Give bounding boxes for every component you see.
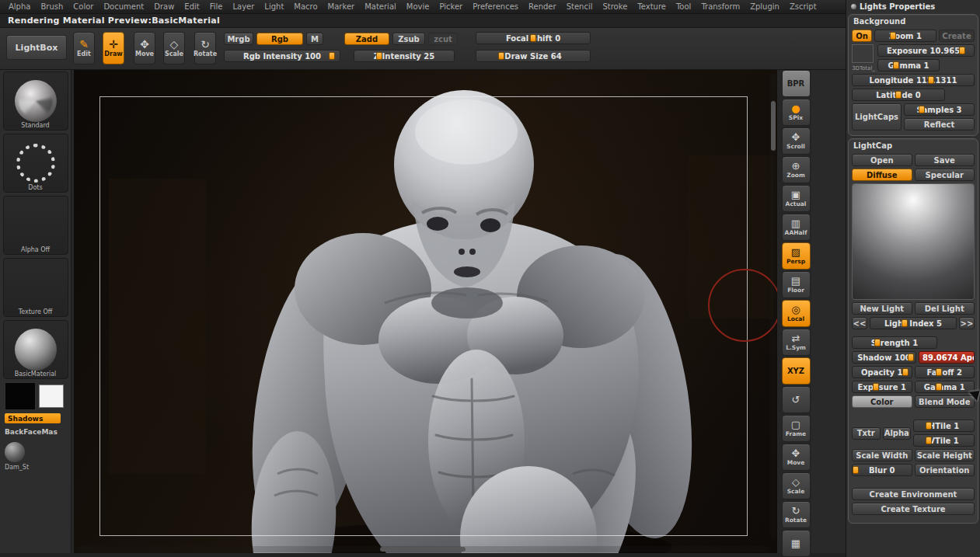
rgb-button[interactable]: Rgb [256, 33, 303, 45]
texture-selector[interactable]: Texture Off [3, 258, 68, 317]
background-zoom-slider[interactable]: Zoom 1 [874, 30, 936, 42]
edit-button[interactable]: ✎ Edit [73, 32, 95, 64]
shadows-button[interactable]: Shadows [5, 413, 61, 423]
background-longitude-slider[interactable]: Longitude 112.1311 [852, 74, 975, 86]
backfacemask-label[interactable]: BackFaceMas [5, 428, 66, 436]
shelf-button-aahalf[interactable]: ▥ AAHalf [782, 214, 811, 241]
menu-draw[interactable]: Draw [150, 2, 178, 11]
shelf-button-frame[interactable]: ▢ Frame [782, 415, 811, 442]
dam-standard-brush[interactable]: Dam_St [5, 442, 66, 471]
alpha-selector[interactable]: Alpha Off [3, 196, 68, 255]
background-on-button[interactable]: On [852, 30, 872, 42]
focal-shift-slider[interactable]: Focal Shift 0 [476, 32, 591, 44]
scale-width-button[interactable]: Scale Width [852, 449, 912, 461]
canvas-vertical-scrollbar[interactable] [770, 73, 776, 539]
scale-height-button[interactable]: Scale Height [915, 449, 975, 461]
canvas-horizontal-scrollbar[interactable] [77, 546, 769, 552]
menu-stencil[interactable]: Stencil [563, 2, 597, 11]
menu-color[interactable]: Color [69, 2, 97, 11]
light-gamma-handle[interactable] [936, 383, 942, 391]
vtile-handle[interactable] [926, 437, 932, 444]
background-zoom-handle[interactable] [890, 32, 896, 40]
sculpt-viewport[interactable] [74, 70, 777, 553]
shelf-button-floor[interactable]: ▤ Floor [782, 271, 811, 298]
light-gamma-slider[interactable]: Gamma 1 [915, 381, 975, 393]
menu-texture[interactable]: Texture [633, 2, 670, 11]
light-index-slider[interactable]: Light Index 5 [870, 317, 957, 329]
light-index-next-button[interactable]: >> [959, 317, 975, 329]
shelf-button-bpr[interactable]: BPR [782, 70, 811, 97]
light-exposure-slider[interactable]: Exposure 1 [852, 381, 912, 393]
background-gamma-slider[interactable]: Gamma 1 [877, 59, 940, 71]
shadow-slider[interactable]: Shadow 100 [852, 351, 916, 364]
rotate-button[interactable]: ↻ Rotate [194, 32, 216, 64]
txtr-button[interactable]: Txtr [852, 427, 881, 440]
opacity-handle[interactable] [902, 368, 909, 376]
orientation-button[interactable]: Orientation [915, 464, 975, 476]
menu-marker[interactable]: Marker [324, 2, 359, 11]
zcut-button[interactable]: zcut [428, 33, 458, 45]
z-intensity-slider[interactable]: Z Intensity 25 [354, 50, 455, 62]
scale-button[interactable]: ◇ Scale [163, 32, 185, 64]
shelf-button-xyz[interactable]: XYZ [782, 357, 811, 385]
background-gamma-handle[interactable] [893, 61, 899, 69]
z-intensity-handle[interactable] [376, 52, 382, 60]
htile-handle[interactable] [926, 422, 932, 430]
lightcaps-button[interactable]: LightCaps [852, 103, 902, 131]
light-exposure-handle[interactable] [873, 383, 879, 391]
del-light-button[interactable]: Del Light [915, 302, 975, 315]
create-environment-button[interactable]: Create Environment [852, 488, 975, 500]
shelf-button-spix[interactable]: ● SPix [782, 99, 811, 126]
menu-picker[interactable]: Picker [435, 2, 466, 11]
lightcap-open-button[interactable]: Open [852, 154, 912, 166]
new-light-button[interactable]: New Light [852, 302, 912, 315]
zsub-button[interactable]: Zsub [392, 33, 425, 45]
strength-handle[interactable] [874, 339, 881, 346]
shadow-handle[interactable] [908, 353, 914, 361]
menu-light[interactable]: Light [260, 2, 288, 11]
vertical-scroll-thumb[interactable] [771, 101, 776, 151]
light-index-handle[interactable] [902, 319, 908, 327]
opacity-slider[interactable]: Opacity 1 [852, 366, 912, 378]
shelf-button-spin[interactable]: ↺ [782, 386, 811, 413]
menu-macro[interactable]: Macro [290, 2, 321, 11]
background-create-button[interactable]: Create [939, 30, 975, 42]
aperture-slider[interactable]: 89.0674 Aper [919, 351, 975, 364]
diffuse-tab[interactable]: Diffuse [852, 169, 912, 181]
falloff-handle[interactable] [936, 368, 942, 376]
m-button[interactable]: M [306, 33, 323, 45]
lightcap-save-button[interactable]: Save [915, 154, 975, 166]
secondary-color-swatch[interactable] [39, 385, 64, 408]
menu-zscript[interactable]: Zscript [786, 2, 821, 11]
light-index-prev-button[interactable]: << [852, 317, 867, 329]
lightcap-section-title[interactable]: LightCap [852, 141, 975, 151]
shelf-button-local[interactable]: ◎ Local [782, 300, 811, 327]
lightbox-button[interactable]: LightBox [6, 35, 67, 60]
menu-layer[interactable]: Layer [228, 2, 258, 11]
material-selector[interactable]: BasicMaterial [3, 320, 68, 379]
htile-slider[interactable]: HTile 1 [913, 419, 975, 432]
lightcap-alpha-button[interactable]: Alpha [883, 427, 912, 440]
menu-render[interactable]: Render [525, 2, 560, 11]
brush-selector[interactable]: Standard [3, 71, 68, 131]
shelf-button-actual[interactable]: ▣ Actual [782, 185, 811, 212]
blur-slider[interactable]: Blur 0 [852, 464, 912, 476]
falloff-slider[interactable]: Falloff 2 [915, 366, 975, 378]
samples-handle[interactable] [919, 106, 925, 113]
mrgb-button[interactable]: Mrgb [224, 33, 253, 45]
menu-file[interactable]: File [206, 2, 227, 11]
rgb-intensity-slider[interactable]: Rgb Intensity 100 [224, 50, 340, 62]
shelf-button-rotate[interactable]: ↻ Rotate [782, 501, 811, 528]
menu-document[interactable]: Document [99, 2, 148, 11]
menu-zplugin[interactable]: Zplugin [746, 2, 783, 11]
create-texture-button[interactable]: Create Texture [852, 503, 975, 515]
shelf-button-scale[interactable]: ◇ Scale [782, 472, 811, 500]
light-color-button[interactable]: Color [852, 395, 912, 408]
shelf-button-lsym[interactable]: ⇄ L.Sym [782, 329, 811, 356]
zadd-button[interactable]: Zadd [344, 33, 389, 45]
blend-mode-button[interactable]: Blend Mode [915, 395, 975, 408]
shelf-button-zoom[interactable]: ⊕ Zoom [782, 156, 811, 183]
menu-brush[interactable]: Brush [37, 2, 67, 11]
menu-preferences[interactable]: Preferences [469, 2, 522, 11]
background-latitude-handle[interactable] [895, 91, 902, 99]
